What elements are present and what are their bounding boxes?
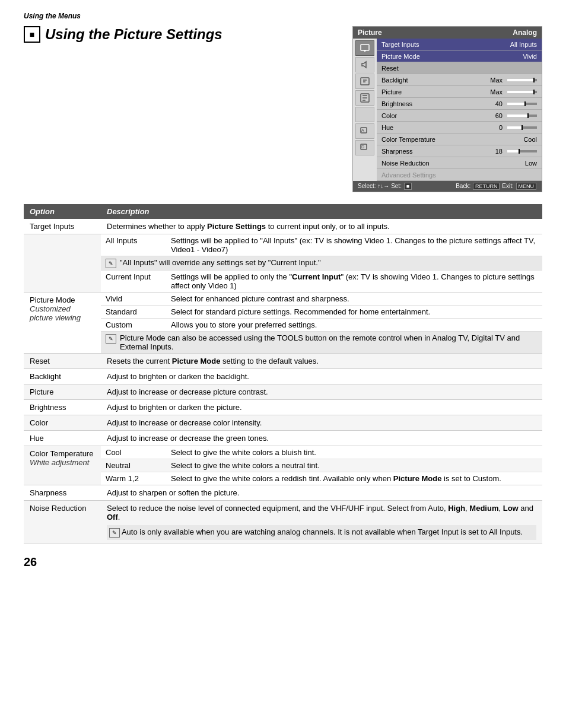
inner-table-target: All Inputs Settings will be applied to "…	[101, 234, 542, 292]
list-item: Cool Select to give the white colors a b…	[101, 446, 542, 459]
tv-icon-picture[interactable]	[355, 40, 374, 56]
list-item: Vivid Select for enhanced picture contra…	[101, 293, 542, 306]
tv-row-picture-mode: Picture Mode Vivid	[377, 50, 542, 62]
table-row: Sharpness Adjust to sharpen or soften th…	[24, 485, 542, 501]
breadcrumb: Using the Menus	[24, 12, 542, 20]
inner-table-colortemp: Cool Select to give the white colors a b…	[101, 446, 542, 485]
tv-row-hue: Hue 0	[377, 122, 542, 133]
list-item: Custom Allows you to store your preferre…	[101, 319, 542, 332]
note-icon: ✎	[106, 259, 116, 268]
list-item-note: ✎ Picture Mode can also be accessed usin…	[101, 332, 542, 354]
tv-row-brightness: Brightness 40	[377, 98, 542, 110]
table-row: Backlight Adjust to brighten or darken t…	[24, 369, 542, 384]
tv-menu-mode: Analog	[513, 28, 537, 37]
tv-row-noise: Noise Reduction Low	[377, 157, 542, 169]
desc-cell: Determines whether to apply Picture Sett…	[101, 219, 542, 234]
title-area: ■ Using the Picture Settings	[24, 26, 335, 43]
tv-menu-body: A D Target Inputs All Inputs	[353, 39, 542, 181]
list-item: All Inputs Settings will be applied to "…	[101, 234, 542, 256]
table-row: All Inputs Settings will be applied to "…	[24, 234, 542, 293]
svg-rect-3	[361, 78, 369, 85]
main-reference-table: Option Description Target Inputs Determi…	[24, 204, 542, 543]
tv-footer-select: Select: ↑↓→ Set: ■	[358, 183, 412, 190]
tv-menu-footer: Select: ↑↓→ Set: ■ Back: RETURN Exit: ME…	[353, 181, 542, 192]
svg-text:D: D	[361, 145, 364, 149]
tv-icon-input-d[interactable]: D	[355, 140, 374, 155]
tv-icon-input-a[interactable]: A	[355, 123, 374, 139]
tv-row-reset: Reset	[377, 62, 542, 74]
tv-row-sharpness: Sharpness 18	[377, 145, 542, 157]
tv-row-target-inputs: Target Inputs All Inputs	[377, 39, 542, 50]
note-icon: ✎	[106, 334, 116, 344]
tv-icon-sound[interactable]	[355, 57, 374, 72]
table-row: Color Temperature White adjustment Cool …	[24, 446, 542, 485]
page-title: ■ Using the Picture Settings	[24, 26, 335, 43]
list-item: Neutral Select to give the white colors …	[101, 459, 542, 472]
page-number: 26	[24, 555, 542, 569]
table-row: Noise Reduction Select to reduce the noi…	[24, 501, 542, 543]
col-header-option: Option	[24, 204, 101, 219]
svg-text:A: A	[361, 128, 364, 132]
tv-menu-header: Picture Analog	[353, 27, 542, 39]
page-header: ■ Using the Picture Settings Picture Ana…	[24, 26, 542, 192]
inner-table-picturemode: Vivid Select for enhanced picture contra…	[101, 293, 542, 353]
svg-rect-0	[361, 44, 369, 50]
table-row: Picture Adjust to increase or decrease p…	[24, 384, 542, 400]
tv-row-color-temp: Color Temperature Cool	[377, 133, 542, 145]
table-row: Target Inputs Determines whether to appl…	[24, 219, 542, 234]
table-row: Hue Adjust to increase or decrease the g…	[24, 431, 542, 446]
tv-icon-blank[interactable]	[355, 107, 374, 122]
note-icon: ✎	[109, 528, 120, 538]
table-row: Reset Resets the current Picture Mode se…	[24, 354, 542, 369]
tv-menu-rows: Target Inputs All Inputs Picture Mode Vi…	[377, 39, 542, 181]
table-row: Brightness Adjust to brighten or darken …	[24, 400, 542, 415]
table-row: Color Adjust to increase or decrease col…	[24, 415, 542, 431]
list-item: Warm 1,2 Select to give the white colors…	[101, 472, 542, 485]
table-row: Picture Mode Customized picture viewing …	[24, 293, 542, 354]
list-item: Current Input Settings will be applied t…	[101, 271, 542, 293]
tv-row-backlight: Backlight Max	[377, 74, 542, 86]
tv-row-picture: Picture Max	[377, 86, 542, 98]
col-header-description: Description	[101, 204, 542, 219]
tv-row-advanced: Advanced Settings	[377, 169, 542, 181]
tv-row-color: Color 60	[377, 110, 542, 122]
title-icon: ■	[24, 26, 40, 43]
tv-menu-icons: A D	[353, 39, 377, 181]
list-item-note: ✎ "All Inputs" will override any setting…	[101, 256, 542, 271]
tv-menu-title: Picture	[358, 28, 382, 37]
tv-footer-back: Back: RETURN Exit: MENU	[456, 183, 537, 190]
tv-icon-setup[interactable]	[355, 90, 374, 106]
list-item: Standard Select for standard picture set…	[101, 306, 542, 319]
tv-icon-channel[interactable]	[355, 74, 374, 89]
tv-menu-panel: Picture Analog	[352, 26, 542, 192]
option-cell: Target Inputs	[24, 219, 101, 234]
